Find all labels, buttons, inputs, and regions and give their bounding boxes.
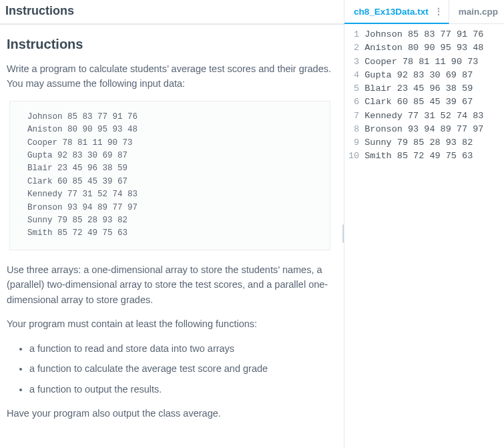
class-average-paragraph: Have your program also output the class … (7, 406, 333, 421)
intro-paragraph: Write a program to calculate students’ a… (7, 61, 333, 91)
instructions-title: Instructions (7, 37, 333, 52)
code-line[interactable]: Aniston 80 90 95 93 48 (364, 41, 504, 55)
instructions-pane: Instructions Instructions Write a progra… (0, 0, 344, 448)
app-container: Instructions Instructions Write a progra… (0, 0, 504, 448)
editor-pane: ch8_Ex13Data.txt⋮main.cpp⋮ 12345678910 J… (344, 0, 504, 448)
line-number: 7 (348, 109, 359, 123)
requirement-item: a function to output the results. (29, 382, 333, 397)
code-line[interactable]: Bronson 93 94 89 77 97 (364, 123, 504, 136)
code-line[interactable]: Sunny 79 85 28 93 82 (364, 136, 504, 150)
line-number: 3 (348, 55, 359, 69)
line-number: 8 (348, 123, 359, 136)
line-number: 5 (348, 82, 359, 95)
code-line[interactable]: Gupta 92 83 30 69 87 (364, 69, 504, 82)
line-number: 10 (348, 150, 359, 163)
requirements-list: a function to read and store data into t… (7, 341, 333, 397)
functions-paragraph: Your program must contain at least the f… (7, 316, 333, 331)
line-number: 4 (348, 69, 359, 82)
code-line[interactable]: Kennedy 77 31 52 74 83 (364, 109, 504, 123)
code-editor[interactable]: 12345678910 Johnson 85 83 77 91 76Anisto… (344, 24, 504, 448)
code-line[interactable]: Clark 60 85 45 39 67 (364, 95, 504, 109)
instructions-body: Instructions Write a program to calculat… (0, 25, 344, 443)
line-number: 1 (348, 28, 359, 41)
line-number: 2 (348, 41, 359, 55)
line-number: 9 (348, 136, 359, 150)
code-line[interactable]: Blair 23 45 96 38 59 (364, 82, 504, 95)
pane-resize-handle[interactable] (342, 224, 344, 243)
line-number: 6 (348, 95, 359, 109)
line-number-gutter: 12345678910 (344, 28, 364, 448)
arrays-paragraph: Use three arrays: a one-dimensional arra… (7, 262, 333, 307)
tab-bar: ch8_Ex13Data.txt⋮main.cpp⋮ (344, 0, 504, 24)
tab-label: main.cpp (459, 7, 498, 17)
tab-ch8-ex13data-txt[interactable]: ch8_Ex13Data.txt⋮ (344, 0, 449, 24)
requirement-item: a function to calculate the average test… (29, 361, 333, 376)
tab-main-cpp[interactable]: main.cpp⋮ (449, 0, 504, 23)
tab-label: ch8_Ex13Data.txt (354, 7, 429, 17)
code-line[interactable]: Cooper 78 81 11 90 73 (364, 55, 504, 69)
pane-header: Instructions (0, 0, 344, 25)
code-line[interactable]: Smith 85 72 49 75 63 (364, 150, 504, 163)
code-line[interactable]: Johnson 85 83 77 91 76 (364, 28, 504, 41)
requirement-item: a function to read and store data into t… (29, 341, 333, 356)
sample-data-block: Johnson 85 83 77 91 76 Aniston 80 90 95 … (9, 101, 330, 250)
more-icon[interactable]: ⋮ (433, 7, 445, 16)
code-content[interactable]: Johnson 85 83 77 91 76Aniston 80 90 95 9… (364, 28, 504, 448)
